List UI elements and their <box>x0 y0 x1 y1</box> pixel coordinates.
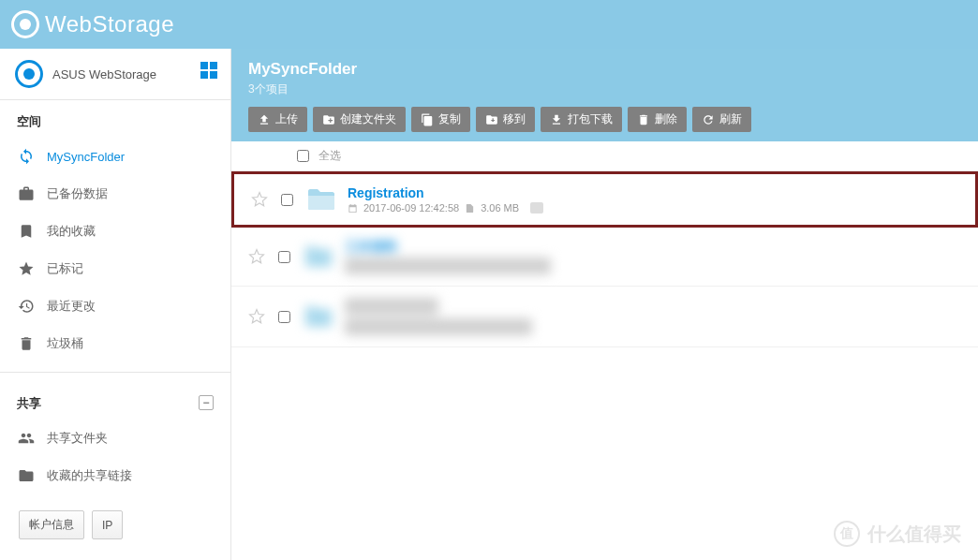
sidebar-item-trash[interactable]: 垃圾桶 <box>0 325 230 362</box>
new-folder-button[interactable]: 创建文件夹 <box>313 107 406 132</box>
select-all-label: 全选 <box>319 148 341 164</box>
toolbar: 上传 创建文件夹 复制 移到 打包下载 删除 刷新 <box>231 107 978 141</box>
sync-icon <box>17 147 36 166</box>
sidebar-item-recent[interactable]: 最近更改 <box>0 287 230 325</box>
page-title: MySyncFolder <box>248 60 961 79</box>
sidebar-item-label: 收藏的共享链接 <box>47 467 132 484</box>
sidebar-item-label: 垃圾桶 <box>47 335 83 352</box>
sidebar-item-mysyncfolder[interactable]: MySyncFolder <box>0 138 230 175</box>
grid-view-icon[interactable] <box>200 62 217 79</box>
file-row[interactable]: 工作资料 <box>231 228 978 287</box>
divider <box>0 372 230 373</box>
sidebar-footer: 帐户信息 IP <box>19 510 123 539</box>
comment-icon[interactable] <box>530 202 543 214</box>
account-info-button[interactable]: 帐户信息 <box>19 510 84 539</box>
sidebar-item-favorites[interactable]: 我的收藏 <box>0 213 230 250</box>
copy-button[interactable]: 复制 <box>411 107 470 132</box>
file-size: 3.06 MB <box>481 202 519 214</box>
ip-button[interactable]: IP <box>92 510 123 539</box>
download-button[interactable]: 打包下载 <box>541 107 622 132</box>
folder-icon <box>304 244 333 269</box>
main-panel: MySyncFolder 3个项目 上传 创建文件夹 复制 移到 打包下载 删除… <box>231 49 978 560</box>
delete-button[interactable]: 删除 <box>628 107 687 132</box>
bookmark-icon <box>17 222 36 241</box>
star-toggle-icon[interactable] <box>251 191 268 208</box>
star-toggle-icon[interactable] <box>248 308 265 325</box>
briefcase-icon <box>17 184 36 203</box>
row-checkbox[interactable] <box>281 194 293 206</box>
file-date: 2017-06-09 12:42:58 <box>363 202 459 214</box>
sidebar-item-label: 已标记 <box>47 260 83 277</box>
account-row[interactable]: ASUS WebStorage <box>0 49 230 100</box>
file-meta: 2017-06-09 12:42:58 3.06 MB <box>348 202 958 214</box>
sidebar-item-backup[interactable]: 已备份数据 <box>0 175 230 213</box>
brand-name: WebStorage <box>45 11 174 37</box>
sidebar-item-label: 已备份数据 <box>47 185 108 202</box>
main-header: MySyncFolder 3个项目 <box>231 49 978 107</box>
file-row[interactable]: Registration 2017-06-09 12:42:58 3.06 MB <box>231 171 978 228</box>
trash-icon <box>17 334 36 353</box>
account-icon <box>15 60 43 88</box>
app-header: WebStorage <box>0 0 978 49</box>
folder-icon <box>306 187 336 212</box>
folder-icon <box>304 304 333 329</box>
calendar-icon <box>348 203 358 214</box>
logo-icon <box>11 10 39 38</box>
item-count: 3个项目 <box>248 81 961 97</box>
users-icon <box>17 429 36 448</box>
file-row[interactable] <box>231 287 978 347</box>
sidebar-item-shared-folder[interactable]: 共享文件夹 <box>0 420 230 457</box>
sidebar-item-tagged[interactable]: 已标记 <box>0 250 230 287</box>
account-name: ASUS WebStorage <box>52 67 156 81</box>
sidebar: ASUS WebStorage 空间 MySyncFolder 已备份数据 我的… <box>0 49 231 560</box>
star-toggle-icon[interactable] <box>248 248 265 265</box>
clock-icon <box>17 297 36 316</box>
star-icon <box>17 259 36 278</box>
file-name: Registration <box>348 185 958 200</box>
upload-button[interactable]: 上传 <box>248 107 307 132</box>
link-folder-icon <box>17 466 36 485</box>
sidebar-item-shared-links[interactable]: 收藏的共享链接 <box>0 457 230 494</box>
sidebar-item-label: 共享文件夹 <box>47 430 108 447</box>
row-checkbox[interactable] <box>278 251 290 263</box>
section-share: 共享 − <box>0 382 230 420</box>
row-checkbox[interactable] <box>278 311 290 323</box>
sidebar-item-label: 我的收藏 <box>47 223 96 240</box>
select-all-row: 全选 <box>231 141 978 171</box>
sidebar-item-label: 最近更改 <box>47 298 96 315</box>
file-info <box>345 298 961 335</box>
file-icon <box>465 203 475 214</box>
move-button[interactable]: 移到 <box>476 107 535 132</box>
file-info: Registration 2017-06-09 12:42:58 3.06 MB <box>348 185 958 214</box>
select-all-checkbox[interactable] <box>297 150 309 162</box>
refresh-button[interactable]: 刷新 <box>692 107 751 132</box>
file-list: Registration 2017-06-09 12:42:58 3.06 MB… <box>231 171 978 560</box>
section-space: 空间 <box>0 100 230 138</box>
file-name: 工作资料 <box>345 239 961 256</box>
sidebar-item-label: MySyncFolder <box>47 150 125 164</box>
collapse-icon[interactable]: − <box>199 395 214 410</box>
file-info: 工作资料 <box>345 239 961 274</box>
